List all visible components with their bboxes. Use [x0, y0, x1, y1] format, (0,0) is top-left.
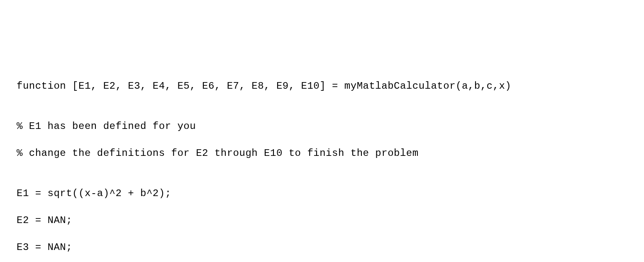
code-block: function [E1, E2, E3, E4, E5, E6, E7, E8… [17, 66, 627, 262]
code-line: E1 = sqrt((x-a)^2 + b^2); [17, 187, 627, 200]
code-line: E3 = NAN; [17, 241, 627, 254]
code-line: E2 = NAN; [17, 214, 627, 227]
code-line: function [E1, E2, E3, E4, E5, E6, E7, E8… [17, 80, 627, 93]
code-line: % change the definitions for E2 through … [17, 147, 627, 160]
code-line: % E1 has been defined for you [17, 120, 627, 133]
